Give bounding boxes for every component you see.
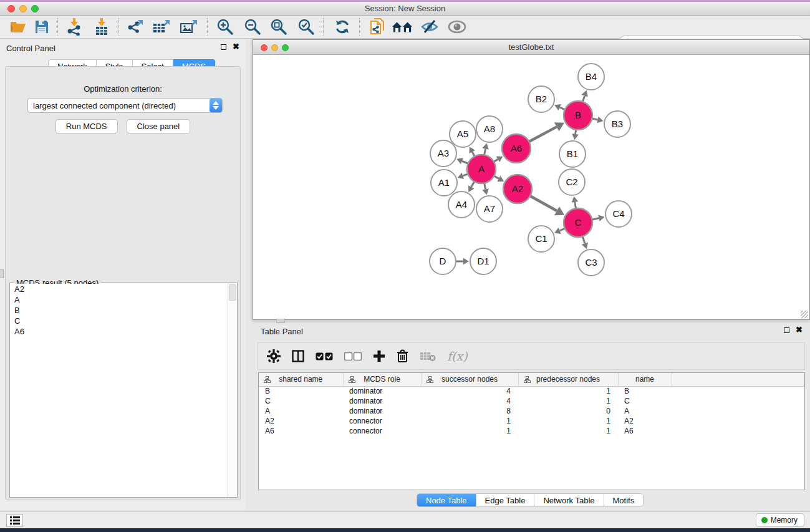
table-cell[interactable]: 0 — [518, 406, 618, 416]
mcds-result-item[interactable]: A — [11, 294, 227, 305]
graph-node-B[interactable]: B — [564, 101, 592, 130]
tab-node-table[interactable]: Node Table — [417, 494, 476, 506]
table-cell[interactable]: A2 — [259, 416, 343, 426]
graph-node-C1[interactable]: C1 — [528, 226, 554, 252]
graph-node-D1[interactable]: D1 — [470, 248, 496, 274]
network-canvas[interactable]: B4B2BB3A8A5A6B1A3AA1C2A2A4A7C4CC1C3DD1 — [253, 55, 809, 319]
graph-node-A8[interactable]: A8 — [476, 116, 503, 142]
table-cell[interactable]: C — [618, 396, 672, 406]
tab-network-table[interactable]: Network Table — [534, 494, 604, 506]
criterion-dropdown[interactable]: largest connected component (directed) — [27, 98, 223, 113]
graph-node-A5[interactable]: A5 — [450, 121, 476, 147]
table-row[interactable]: Cdominator41C — [259, 396, 804, 406]
table-cell[interactable]: A2 — [618, 416, 672, 426]
table-row[interactable]: Bdominator41B — [259, 386, 804, 396]
table-cell[interactable]: 4 — [421, 396, 518, 406]
graph-node-A1[interactable]: A1 — [431, 170, 457, 196]
zoom-in-button[interactable] — [215, 17, 236, 37]
export-table-button[interactable] — [151, 17, 172, 37]
network-window-titlebar[interactable]: testGlobe.txt — [253, 40, 809, 55]
table-cell[interactable]: B — [618, 386, 672, 396]
save-session-button[interactable] — [31, 17, 52, 37]
import-network-button[interactable] — [64, 17, 85, 37]
column-header[interactable]: name — [618, 373, 672, 386]
float-table-panel-icon[interactable] — [784, 327, 789, 333]
graph-node-A[interactable]: A — [467, 155, 496, 183]
table-row[interactable]: A6connector11A6 — [259, 426, 804, 436]
table-cell[interactable]: 8 — [421, 406, 518, 416]
column-header[interactable]: successor nodes — [421, 373, 518, 386]
export-image-button[interactable] — [178, 17, 200, 37]
table-cell[interactable]: 1 — [518, 416, 618, 426]
table-cell[interactable]: A6 — [259, 426, 343, 436]
houses-button[interactable] — [392, 17, 413, 37]
table-cell[interactable]: connector — [343, 416, 421, 426]
run-mcds-button[interactable]: Run MCDS — [55, 119, 118, 133]
graph-node-A4[interactable]: A4 — [448, 191, 475, 218]
float-panel-icon[interactable] — [221, 44, 226, 50]
column-header[interactable]: MCDS role — [343, 373, 421, 386]
zoom-fit-button[interactable] — [268, 17, 289, 37]
mcds-result-item[interactable]: C — [11, 316, 227, 326]
graph-node-A6[interactable]: A6 — [502, 134, 531, 163]
graph-node-C4[interactable]: C4 — [605, 201, 632, 227]
table-row[interactable]: Adominator80A — [259, 406, 804, 416]
open-session-button[interactable] — [7, 17, 29, 37]
function-builder-button[interactable]: f(x) — [447, 349, 468, 363]
graph-node-B1[interactable]: B1 — [559, 141, 586, 167]
zoom-selected-button[interactable] — [296, 17, 317, 37]
graph-node-A3[interactable]: A3 — [430, 140, 456, 167]
select-all-button[interactable] — [316, 352, 333, 360]
hide-eye-button[interactable] — [419, 17, 440, 37]
graph-node-C3[interactable]: C3 — [578, 249, 604, 276]
panel-divider-gripper[interactable] — [0, 269, 4, 278]
table-cell[interactable]: 1 — [518, 386, 618, 396]
graph-node-C[interactable]: C — [564, 208, 592, 237]
export-network-button[interactable] — [125, 17, 146, 37]
table-row[interactable]: A2connector11A2 — [259, 416, 804, 426]
graph-node-B3[interactable]: B3 — [604, 111, 630, 137]
column-header[interactable]: predecessor nodes — [518, 373, 618, 386]
table-cell[interactable]: 1 — [518, 426, 618, 436]
deselect-all-button[interactable] — [344, 352, 362, 360]
horizontal-divider-gripper[interactable] — [276, 319, 285, 323]
mcds-result-item[interactable]: A6 — [11, 326, 227, 337]
table-cell[interactable]: dominator — [343, 386, 421, 396]
mcds-result-item[interactable]: B — [11, 305, 227, 316]
eye-button[interactable] — [446, 17, 468, 37]
graph-node-B2[interactable]: B2 — [528, 86, 554, 112]
delete-row-button[interactable] — [397, 349, 408, 363]
result-scrollbar[interactable] — [228, 283, 237, 497]
table-settings-button[interactable] — [267, 349, 281, 363]
table-cell[interactable]: B — [259, 386, 343, 396]
close-table-panel-icon[interactable]: ✖ — [796, 327, 803, 333]
column-header[interactable]: shared name — [259, 373, 343, 386]
import-table-button[interactable] — [91, 17, 112, 37]
refresh-button[interactable] — [332, 17, 353, 37]
show-column-button[interactable] — [292, 350, 304, 362]
table-cell[interactable]: C — [259, 396, 343, 406]
task-history-button[interactable] — [6, 514, 23, 527]
table-cell[interactable]: 1 — [421, 416, 518, 426]
result-scrollbar-thumb[interactable] — [229, 284, 236, 301]
add-row-button[interactable] — [373, 350, 385, 362]
table-cell[interactable]: dominator — [343, 396, 421, 406]
table-cell[interactable]: 1 — [518, 396, 618, 406]
table-cell[interactable]: connector — [343, 426, 421, 436]
graph-node-A2[interactable]: A2 — [503, 175, 532, 203]
new-network-from-selection-button[interactable] — [367, 17, 388, 37]
table-cell[interactable]: dominator — [343, 406, 421, 416]
table-cell[interactable]: A — [618, 406, 672, 416]
graph-node-C2[interactable]: C2 — [559, 169, 585, 195]
tab-motifs[interactable]: Motifs — [604, 494, 644, 506]
delete-table-button[interactable] — [420, 351, 436, 362]
graph-node-A7[interactable]: A7 — [476, 196, 503, 222]
mcds-result-item[interactable]: A2 — [11, 284, 227, 294]
graph-node-B4[interactable]: B4 — [578, 64, 604, 90]
window-resize-grip[interactable] — [801, 311, 808, 318]
tab-edge-table[interactable]: Edge Table — [476, 494, 535, 506]
zoom-out-button[interactable] — [242, 17, 263, 37]
table-cell[interactable]: A — [259, 406, 343, 416]
table-cell[interactable]: 1 — [421, 426, 518, 436]
memory-button[interactable]: Memory — [756, 513, 804, 527]
